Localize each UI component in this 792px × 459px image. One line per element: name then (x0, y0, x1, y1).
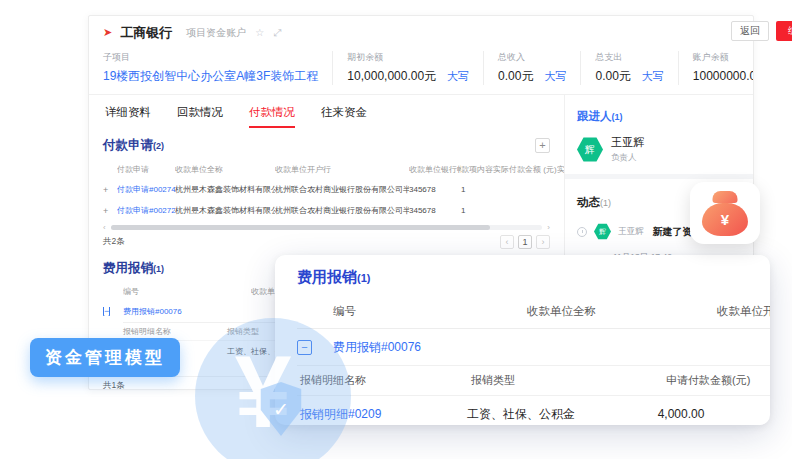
table-row: + 付款申请#00274 杭州昱木森鑫装饰材料有限公司 杭州联合农村商业银行股份… (103, 179, 565, 200)
expand-icon[interactable]: ⤢ (273, 27, 281, 39)
money-bag-icon: ¥ (702, 191, 748, 236)
screen: 返回 编辑 ➤ 工商银行 项目资金账户 ☆ ⤢ 子项目 19楼西投创智中心办公室… (0, 0, 792, 459)
stat-value: 10,000,000.00元 (347, 68, 436, 85)
page-prev-button[interactable]: ‹ (500, 235, 514, 249)
payment-footer: 共2条 ‹ 1 › (103, 232, 550, 251)
expense-link[interactable]: 费用报销#00076 (123, 306, 251, 317)
column-header: 申请付款金额(元) (666, 373, 770, 388)
stat-value: 10000000.00元 (693, 68, 754, 85)
column-header: 编号 (123, 286, 251, 297)
tab-receipts[interactable]: 回款情况 (177, 105, 223, 128)
expense-section-count: (1) (153, 264, 164, 274)
tab-details[interactable]: 详细资料 (105, 105, 151, 128)
stat-value: 0.00元 (595, 68, 630, 85)
payment-section-title: 付款申请 (103, 137, 153, 154)
stat-label: 总支出 (595, 51, 663, 64)
follower-role: 负责人 (611, 152, 644, 164)
popup-count: (1) (357, 272, 370, 284)
edit-button[interactable]: 编辑 (776, 21, 792, 41)
cell-bank: 杭州联合农村商业银行股份有限公司半山支行 (275, 184, 409, 195)
follower-item[interactable]: 辉 王亚辉 负责人 (577, 135, 741, 164)
payment-link[interactable]: 付款申请#00272 (117, 205, 175, 216)
header-actions: 返回 编辑 (731, 21, 792, 41)
payment-table-header: 付款申请 收款单位全称 收款单位开户行 收款单位银行帐号 款项内容 实际付款金额… (103, 159, 565, 179)
cell-amount: 4,000.00 (658, 407, 770, 421)
expense-popup: 费用报销 (1) 编号 收款单位全称 收款单位开户行 − 费用报销#00076 … (275, 255, 770, 425)
popup-detail-header: 报销明细名称 报销类型 申请付款金额(元) (297, 366, 770, 396)
tab-bar: 详细资料 回款情况 付款情况 往来资金 (103, 95, 550, 128)
expense-link[interactable]: 费用报销#00076 (333, 339, 421, 356)
popup-detail-row: 报销明细#0209 工资、社保、公积金 4,000.00 (297, 396, 770, 425)
stat-total-expense: 总支出 0.00元 大写 (580, 51, 677, 85)
add-payment-button[interactable]: + (535, 138, 550, 153)
cell-type: 工资、社保、公积金 (467, 406, 658, 423)
scroll-left-icon[interactable]: ‹ (103, 223, 111, 232)
column-header: 实际付款金额 (元) (493, 164, 557, 175)
payment-total-count: 共2条 (103, 236, 125, 248)
popup-expense-row: − 费用报销#00076 (297, 329, 770, 366)
cell-company: 杭州昱木森鑫装饰材料有限公司 (175, 205, 275, 216)
uppercase-link[interactable]: 大写 (642, 69, 664, 84)
column-header: 款项内容 (461, 164, 493, 175)
expand-row-icon[interactable]: + (103, 206, 117, 216)
avatar: 辉 (594, 223, 611, 240)
cell-bank: 杭州联合农村商业银行股份有限公司半山支行 (275, 205, 409, 216)
stat-account-balance: 账户余额 10000000.00元 (678, 51, 754, 85)
payment-section-count: (2) (153, 141, 164, 151)
tab-payments[interactable]: 付款情况 (249, 105, 295, 128)
column-header: 实际付款日期 (557, 164, 565, 175)
divider (565, 174, 753, 179)
cell-account: 345678 (409, 185, 461, 194)
uppercase-link[interactable]: 大写 (447, 69, 469, 84)
clock-icon (577, 227, 587, 237)
horizontal-scrollbar[interactable]: ‹ › (103, 223, 550, 232)
cell-company: 杭州昱木森鑫装饰材料有限公司 (175, 184, 275, 195)
column-header: 收款单位开户行 (275, 164, 409, 175)
column-header: 报销明细名称 (123, 326, 227, 337)
collapse-row-icon[interactable]: − (103, 307, 110, 316)
cell-content: 1 (461, 206, 493, 215)
column-header: 收款单位全称 (527, 304, 717, 319)
model-badge: 资金管理模型 (30, 338, 180, 377)
record-header: ➤ 工商银行 项目资金账户 ☆ ⤢ (89, 16, 753, 49)
activity-count: (1) (600, 198, 611, 208)
followers-title: 跟进人 (577, 109, 612, 124)
yuan-symbol: ¥ (721, 211, 729, 228)
record-title: 工商银行 (120, 24, 172, 42)
column-header: 付款申请 (117, 164, 175, 175)
activity-title: 动态 (577, 195, 600, 210)
column-header: 报销明细名称 (297, 373, 471, 388)
collapse-row-icon[interactable]: − (297, 340, 312, 355)
column-header: 报销类型 (471, 373, 666, 388)
stat-label: 账户余额 (693, 51, 754, 64)
column-header: 收款单位全称 (175, 164, 275, 175)
uppercase-link[interactable]: 大写 (544, 69, 566, 84)
cell-account: 345678 (409, 206, 461, 215)
page-next-button[interactable]: › (536, 235, 550, 249)
star-icon[interactable]: ☆ (255, 27, 264, 38)
popup-table-header: 编号 收款单位全称 收款单位开户行 (297, 294, 770, 329)
money-bag-card: ¥ (690, 182, 760, 244)
breadcrumb[interactable]: 项目资金账户 (186, 26, 246, 40)
followers-count: (1) (612, 112, 623, 122)
tab-transactions[interactable]: 往来资金 (321, 105, 367, 128)
column-header: 收款单位开户行 (717, 304, 770, 319)
stats-bar: 子项目 19楼西投创智中心办公室A幢3F装饰工程 期初余额 10,000,000… (89, 49, 753, 95)
page-number[interactable]: 1 (518, 235, 532, 249)
table-row: + 付款申请#00272 杭州昱木森鑫装饰材料有限公司 杭州联合农村商业银行股份… (103, 200, 565, 221)
payment-link[interactable]: 付款申请#00274 (117, 184, 175, 195)
app-logo-icon: ➤ (103, 26, 112, 39)
scroll-right-icon[interactable]: › (542, 223, 550, 232)
detail-link[interactable]: 报销明细#0209 (297, 406, 467, 423)
pagination: ‹ 1 › (500, 235, 550, 249)
subproject-link[interactable]: 19楼西投创智中心办公室A幢3F装饰工程 (103, 68, 318, 85)
column-header: 收款单位银行帐号 (409, 164, 461, 175)
expand-row-icon[interactable]: + (103, 185, 117, 195)
back-button[interactable]: 返回 (731, 21, 769, 41)
activity-user: 王亚辉 (618, 226, 644, 238)
scrollbar-thumb[interactable] (111, 225, 490, 230)
payment-section-header: 付款申请 (2) + (103, 137, 550, 154)
follower-name: 王亚辉 (611, 135, 644, 150)
cell-content: 1 (461, 185, 493, 194)
stat-subproject: 子项目 19楼西投创智中心办公室A幢3F装饰工程 (103, 51, 332, 85)
